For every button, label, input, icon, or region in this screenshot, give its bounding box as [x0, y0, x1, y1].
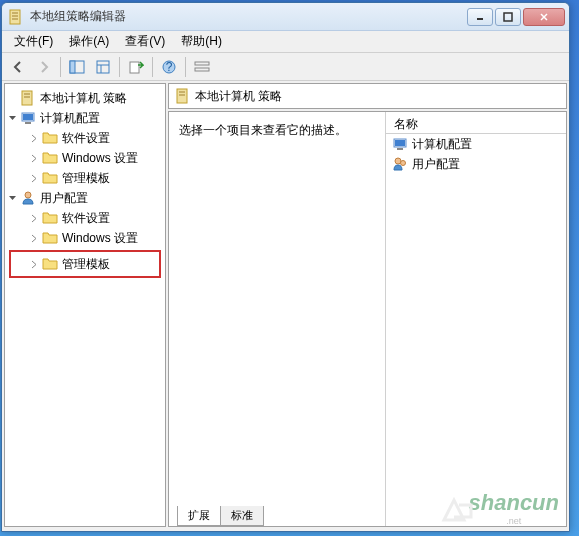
tree-computer-config[interactable]: 计算机配置 — [5, 108, 165, 128]
svg-text:?: ? — [166, 60, 173, 74]
computer-icon — [20, 110, 36, 126]
folder-icon — [42, 210, 58, 226]
svg-rect-10 — [97, 61, 109, 73]
tree-label: 计算机配置 — [40, 110, 100, 127]
folder-icon — [42, 130, 58, 146]
tree-user-config[interactable]: 用户配置 — [5, 188, 165, 208]
toolbar: ? — [2, 53, 569, 81]
tree-label: 用户配置 — [40, 190, 88, 207]
list-item-label: 计算机配置 — [412, 136, 472, 153]
tab-extended[interactable]: 扩展 — [177, 506, 221, 526]
tree-panel[interactable]: 本地计算机 策略 计算机配置 软件设置 Windows 设置 管理模板 — [4, 83, 166, 527]
list-item-user-config[interactable]: 用户配置 — [386, 154, 566, 174]
policy-icon — [175, 88, 191, 104]
tree-windows-settings[interactable]: Windows 设置 — [5, 148, 165, 168]
menu-help[interactable]: 帮助(H) — [173, 31, 230, 52]
list-column: 名称 计算机配置 用户配置 — [386, 112, 566, 526]
svg-point-32 — [401, 161, 406, 166]
tree-label: 软件设置 — [62, 210, 110, 227]
folder-icon — [42, 256, 58, 272]
window-title: 本地组策略编辑器 — [30, 8, 467, 25]
right-header: 本地计算机 策略 — [168, 83, 567, 109]
tree-label: 管理模板 — [62, 256, 110, 273]
right-header-title: 本地计算机 策略 — [195, 88, 282, 105]
expand-icon[interactable] — [29, 173, 40, 184]
svg-rect-16 — [195, 62, 209, 65]
menu-view[interactable]: 查看(V) — [117, 31, 173, 52]
svg-point-24 — [25, 192, 31, 198]
expand-icon[interactable] — [29, 133, 40, 144]
toolbar-separator — [60, 57, 61, 77]
svg-rect-18 — [22, 91, 32, 105]
minimize-button[interactable] — [467, 8, 493, 26]
tree-windows-settings-user[interactable]: Windows 设置 — [5, 228, 165, 248]
tree-software-settings-user[interactable]: 软件设置 — [5, 208, 165, 228]
svg-rect-17 — [195, 68, 209, 71]
menubar: 文件(F) 操作(A) 查看(V) 帮助(H) — [2, 31, 569, 53]
app-icon — [8, 9, 24, 25]
tree-root[interactable]: 本地计算机 策略 — [5, 88, 165, 108]
tree-software-settings[interactable]: 软件设置 — [5, 128, 165, 148]
menu-action[interactable]: 操作(A) — [61, 31, 117, 52]
forward-button[interactable] — [32, 55, 56, 79]
properties-button[interactable] — [91, 55, 115, 79]
svg-rect-25 — [177, 89, 187, 103]
expand-icon[interactable] — [29, 233, 40, 244]
svg-rect-5 — [504, 13, 512, 21]
maximize-button[interactable] — [495, 8, 521, 26]
svg-rect-13 — [130, 62, 139, 73]
list-item-label: 用户配置 — [412, 156, 460, 173]
description-column: 选择一个项目来查看它的描述。 — [169, 112, 386, 526]
content-area: 本地计算机 策略 计算机配置 软件设置 Windows 设置 管理模板 — [2, 81, 569, 529]
tabs: 扩展 标准 — [169, 504, 263, 526]
svg-rect-29 — [395, 140, 405, 146]
right-body: 选择一个项目来查看它的描述。 名称 计算机配置 用户配置 扩展 标准 — [168, 111, 567, 527]
tree-admin-templates[interactable]: 管理模板 — [5, 168, 165, 188]
collapse-icon[interactable] — [7, 193, 18, 204]
close-button[interactable] — [523, 8, 565, 26]
collapse-icon[interactable] — [7, 113, 18, 124]
svg-rect-9 — [70, 61, 75, 73]
expand-icon[interactable] — [29, 259, 40, 270]
highlighted-tree-item: 管理模板 — [9, 250, 161, 278]
show-tree-button[interactable] — [65, 55, 89, 79]
toolbar-separator — [119, 57, 120, 77]
tree-label: 管理模板 — [62, 170, 110, 187]
folder-icon — [42, 170, 58, 186]
svg-rect-22 — [23, 114, 33, 120]
svg-rect-23 — [25, 122, 31, 124]
right-panel: 本地计算机 策略 选择一个项目来查看它的描述。 名称 计算机配置 用户配置 — [168, 83, 567, 527]
column-header-name[interactable]: 名称 — [386, 112, 566, 134]
svg-rect-30 — [397, 148, 403, 150]
description-text: 选择一个项目来查看它的描述。 — [179, 123, 347, 137]
filter-button[interactable] — [190, 55, 214, 79]
export-button[interactable] — [124, 55, 148, 79]
list-item-computer-config[interactable]: 计算机配置 — [386, 134, 566, 154]
main-window: 本地组策略编辑器 文件(F) 操作(A) 查看(V) 帮助(H) ? 本地计算 — [1, 2, 570, 532]
svg-rect-0 — [10, 10, 20, 24]
folder-icon — [42, 150, 58, 166]
policy-icon — [20, 90, 36, 106]
expand-icon[interactable] — [29, 213, 40, 224]
toolbar-separator — [152, 57, 153, 77]
tree-label: 本地计算机 策略 — [40, 90, 127, 107]
user-icon — [20, 190, 36, 206]
tree-label: Windows 设置 — [62, 230, 138, 247]
back-button[interactable] — [6, 55, 30, 79]
titlebar: 本地组策略编辑器 — [2, 3, 569, 31]
blank-toggle — [7, 93, 18, 104]
computer-icon — [392, 136, 408, 152]
help-button[interactable]: ? — [157, 55, 181, 79]
tab-standard[interactable]: 标准 — [220, 506, 264, 526]
toolbar-separator — [185, 57, 186, 77]
menu-file[interactable]: 文件(F) — [6, 31, 61, 52]
tree-label: 软件设置 — [62, 130, 110, 147]
folder-icon — [42, 230, 58, 246]
tree-admin-templates-user[interactable]: 管理模板 — [11, 254, 159, 274]
user-icon — [392, 156, 408, 172]
expand-icon[interactable] — [29, 153, 40, 164]
tree-label: Windows 设置 — [62, 150, 138, 167]
